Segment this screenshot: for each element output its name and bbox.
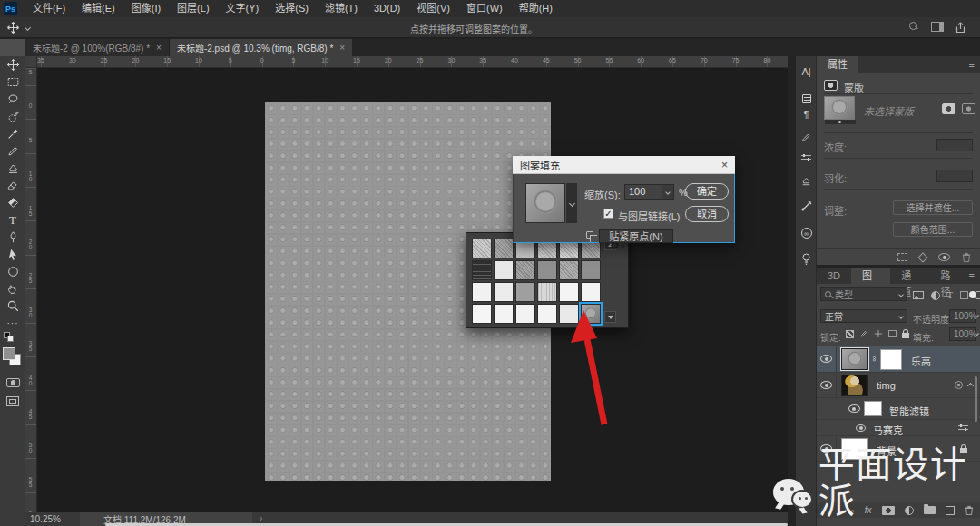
menu-item-9[interactable]: 窗口(W) — [458, 0, 511, 17]
type-tool[interactable]: T — [0, 211, 25, 229]
foreground-background-swatches[interactable] — [2, 346, 24, 368]
quick-mask-icon[interactable] — [0, 374, 25, 391]
add-pixel-mask-icon[interactable] — [942, 103, 956, 114]
layer-name[interactable]: timg — [877, 380, 896, 391]
feather-input[interactable] — [936, 170, 973, 182]
delete-mask-trash-icon[interactable] — [962, 252, 971, 262]
layer-row-smart-filters[interactable]: 智能滤镜 — [817, 398, 980, 420]
move-tool[interactable] — [0, 56, 25, 73]
lock-transparent-icon[interactable] — [846, 330, 854, 338]
fill-select[interactable]: 100% — [949, 327, 976, 341]
density-input[interactable] — [936, 139, 973, 151]
lasso-tool[interactable] — [0, 91, 25, 108]
select-and-mask-button[interactable]: 选择并遮住... — [893, 200, 973, 215]
lock-position-icon[interactable] — [874, 329, 883, 338]
horizontal-ruler[interactable]: 3530252015105051015202530354045505560657… — [37, 56, 788, 68]
pattern-swatch-14[interactable] — [515, 282, 535, 302]
search-icon[interactable] — [909, 22, 917, 30]
cancel-button[interactable]: 取消 — [685, 206, 729, 222]
layer-row-timg[interactable]: timg — [817, 373, 980, 398]
layer-mask-thumbnail[interactable] — [880, 349, 902, 370]
brush-tool[interactable] — [0, 142, 25, 160]
move-tool-icon[interactable] — [6, 21, 20, 38]
layer-thumbnail-timg[interactable] — [841, 375, 868, 396]
mosaic-filter-label[interactable]: 马赛克 — [873, 423, 903, 437]
pattern-picker-chevron-icon[interactable] — [566, 183, 577, 223]
collapse-chevron-icon[interactable] — [967, 383, 974, 389]
visibility-eye-icon[interactable] — [848, 404, 860, 413]
learn-panel-lightbulb-icon[interactable] — [796, 250, 817, 267]
menu-item-3[interactable]: 图层(L) — [169, 0, 217, 17]
paragraph-styles-panel-icon[interactable] — [796, 91, 817, 107]
layers-scrollbar[interactable] — [975, 376, 977, 422]
layer-row-mosaic[interactable]: 马赛克 — [817, 420, 980, 436]
delete-layer-trash-icon[interactable] — [965, 505, 974, 515]
apply-mask-icon[interactable] — [917, 252, 927, 262]
filter-blend-options-icon[interactable] — [958, 424, 968, 432]
menu-item-5[interactable]: 选择(S) — [267, 0, 317, 17]
share-icon[interactable] — [955, 21, 966, 37]
clone-source-panel-icon[interactable] — [796, 172, 817, 189]
pattern-swatch-19[interactable] — [494, 304, 514, 324]
filter-type-layers-icon[interactable]: T — [947, 290, 953, 300]
blend-mode-select[interactable]: 正常 — [820, 309, 907, 323]
color-range-button[interactable]: 颜色范围... — [893, 222, 973, 237]
tab-paths[interactable]: 路径 — [929, 268, 968, 284]
pattern-swatch-18[interactable] — [472, 304, 492, 324]
lock-artboard-icon[interactable] — [888, 330, 897, 337]
marquee-tool[interactable] — [0, 73, 25, 91]
tab-channels[interactable]: 通道 — [890, 268, 929, 284]
paragraph-panel-icon[interactable]: ¶ — [796, 106, 817, 122]
path-select-tool[interactable] — [0, 246, 25, 263]
panel-menu-icon[interactable]: ≡ — [969, 268, 980, 284]
dialog-close-icon[interactable]: × — [721, 159, 728, 171]
link-layers-icon[interactable]: ∞ — [848, 505, 855, 516]
pattern-swatch-17[interactable] — [581, 282, 601, 302]
tab-untitled-2-psd[interactable]: 未标题-2.psd @ 10.3% (timg, RGB/8) * × — [170, 39, 352, 56]
tab-close-icon[interactable]: × — [339, 43, 345, 53]
character-panel-icon[interactable]: A| — [796, 63, 817, 80]
load-selection-icon[interactable] — [897, 253, 907, 261]
add-vector-mask-icon[interactable] — [962, 103, 975, 114]
pattern-swatch-15[interactable] — [537, 282, 557, 302]
menu-item-1[interactable]: 编辑(E) — [74, 0, 123, 17]
ellipse-tool[interactable] — [0, 263, 25, 280]
pattern-preview-swatch[interactable] — [525, 183, 565, 223]
layer-name[interactable]: 背景 — [877, 443, 897, 458]
pattern-swatch-20[interactable] — [515, 304, 535, 324]
pattern-swatch-11[interactable] — [581, 260, 601, 280]
visibility-eye-icon[interactable] — [856, 424, 866, 432]
ruler-corner[interactable] — [25, 56, 37, 68]
smart-filter-badge-icon[interactable] — [955, 381, 963, 389]
lock-paint-icon[interactable] — [859, 329, 868, 338]
default-colors-icon[interactable] — [4, 332, 15, 343]
menu-item-10[interactable]: 帮助(H) — [511, 0, 561, 17]
menu-item-4[interactable]: 文字(Y) — [218, 0, 268, 17]
menu-item-0[interactable]: 文件(F) — [24, 0, 74, 17]
smart-filters-label[interactable]: 智能滤镜 — [889, 404, 929, 418]
ok-button[interactable]: 确定 — [685, 183, 729, 200]
tab-close-icon[interactable]: × — [156, 43, 162, 53]
eyedropper-tool[interactable] — [0, 125, 25, 142]
tool-preset-chevron-icon[interactable] — [24, 24, 31, 31]
hand-tool[interactable] — [0, 280, 25, 297]
link-with-layer-checkbox[interactable]: ✓ — [603, 209, 613, 219]
layer-thumbnail-pattern[interactable] — [841, 348, 868, 370]
menu-item-7[interactable]: 3D(D) — [366, 0, 408, 17]
pattern-swatch-6[interactable] — [472, 260, 492, 280]
pattern-swatch-0[interactable] — [472, 239, 492, 258]
layer-thumbnail-background[interactable] — [841, 438, 868, 460]
lock-all-icon[interactable] — [902, 333, 909, 338]
brush-settings-panel-icon[interactable] — [796, 129, 817, 145]
scale-dropdown-icon[interactable] — [662, 184, 674, 200]
tab-3d[interactable]: 3D — [817, 268, 851, 284]
menu-item-2[interactable]: 图像(I) — [123, 0, 169, 17]
creative-cloud-icon[interactable]: ∞ — [796, 225, 817, 241]
eraser-tool[interactable] — [0, 177, 25, 194]
pattern-swatch-12[interactable] — [472, 282, 492, 302]
scale-input[interactable]: 100 — [624, 184, 662, 200]
pattern-swatch-16[interactable] — [559, 282, 579, 302]
layer-row-background[interactable]: 背景 — [817, 436, 980, 462]
add-mask-icon[interactable] — [882, 506, 895, 515]
tab-layers[interactable]: 图层 — [851, 268, 890, 284]
